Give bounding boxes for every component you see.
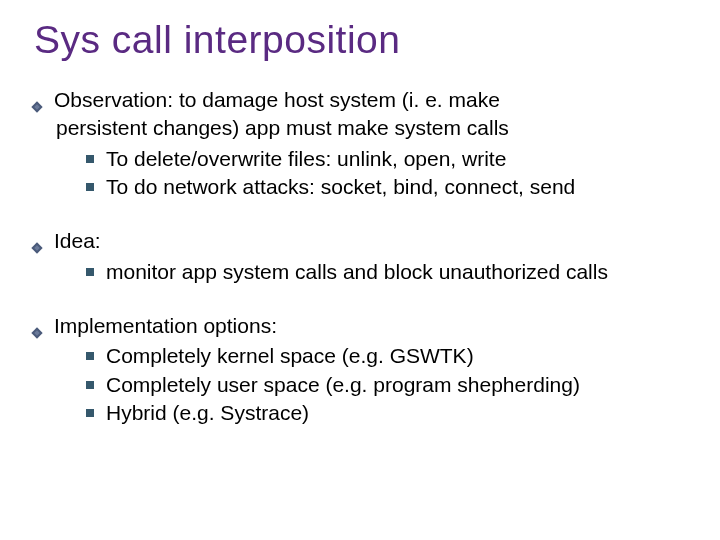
sub-text: Completely user space (e.g. program shep… — [106, 371, 580, 399]
section-idea: Idea: monitor app system calls and block… — [28, 227, 692, 286]
sub-item: To do network attacks: socket, bind, con… — [86, 173, 692, 201]
square-bullet-icon — [86, 268, 94, 276]
sub-item: Completely user space (e.g. program shep… — [86, 371, 692, 399]
square-bullet-icon — [86, 381, 94, 389]
sub-item: Hybrid (e.g. Systrace) — [86, 399, 692, 427]
sub-list: monitor app system calls and block unaut… — [86, 258, 692, 286]
lead-text: Implementation options: — [54, 312, 277, 340]
square-bullet-icon — [86, 155, 94, 163]
lead-text: Observation: to damage host system (i. e… — [54, 86, 500, 114]
bullet-lead: Idea: — [30, 227, 692, 255]
slide: Sys call interposition Observation: to d… — [0, 0, 720, 540]
sub-item: To delete/overwrite files: unlink, open,… — [86, 145, 692, 173]
bullet-lead: Implementation options: — [30, 312, 692, 340]
diamond-bullet-icon — [30, 234, 44, 248]
section-implementation: Implementation options: Completely kerne… — [28, 312, 692, 427]
sub-item: monitor app system calls and block unaut… — [86, 258, 692, 286]
lead-text: Idea: — [54, 227, 101, 255]
diamond-bullet-icon — [30, 319, 44, 333]
sub-text: To delete/overwrite files: unlink, open,… — [106, 145, 506, 173]
sub-text: monitor app system calls and block unaut… — [106, 258, 608, 286]
square-bullet-icon — [86, 352, 94, 360]
lead-continuation: persistent changes) app must make system… — [56, 114, 692, 142]
sub-text: To do network attacks: socket, bind, con… — [106, 173, 575, 201]
sub-text: Completely kernel space (e.g. GSWTK) — [106, 342, 474, 370]
section-observation: Observation: to damage host system (i. e… — [28, 86, 692, 201]
slide-title: Sys call interposition — [34, 18, 692, 62]
diamond-bullet-icon — [30, 93, 44, 107]
square-bullet-icon — [86, 409, 94, 417]
sub-list: To delete/overwrite files: unlink, open,… — [86, 145, 692, 202]
sub-list: Completely kernel space (e.g. GSWTK) Com… — [86, 342, 692, 427]
square-bullet-icon — [86, 183, 94, 191]
sub-item: Completely kernel space (e.g. GSWTK) — [86, 342, 692, 370]
bullet-lead: Observation: to damage host system (i. e… — [30, 86, 692, 114]
sub-text: Hybrid (e.g. Systrace) — [106, 399, 309, 427]
